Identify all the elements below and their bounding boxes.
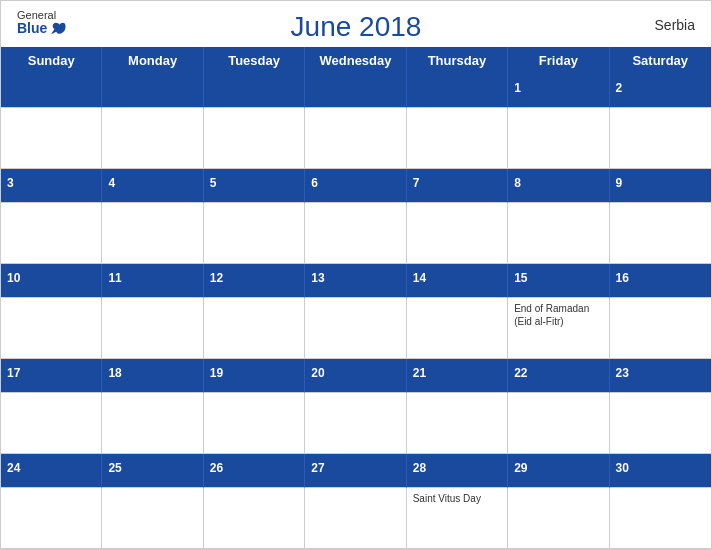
logo-area: General Blue [17,9,67,36]
date-26: 26 [210,461,223,475]
num-cell-w5-d4: 27 [305,454,406,488]
day-sunday: Sunday [1,47,102,74]
date-1: 1 [514,81,521,95]
date-29: 29 [514,461,527,475]
num-cell-w3-d6: 15 [508,264,609,298]
num-cell-w5-d2: 25 [102,454,203,488]
content-cell-w4-d5 [407,393,508,455]
content-cell-w5-d6 [508,488,609,550]
date-18: 18 [108,366,121,380]
date-3: 3 [7,176,14,190]
content-cell-w1-d7 [610,108,711,170]
num-cell-w5-d7: 30 [610,454,711,488]
content-cell-w5-d7 [610,488,711,550]
content-cell-w4-d2 [102,393,203,455]
date-9: 9 [616,176,623,190]
num-cell-w4-d2: 18 [102,359,203,393]
content-cell-w3-d4 [305,298,406,360]
calendar-title: June 2018 [291,11,422,43]
num-cell-w2-d5: 7 [407,169,508,203]
num-cell-w2-d6: 8 [508,169,609,203]
num-cell-w5-d1: 24 [1,454,102,488]
num-cell-w3-d2: 11 [102,264,203,298]
num-cell-w5-d6: 29 [508,454,609,488]
content-cell-w1-d2 [102,108,203,170]
date-11: 11 [108,271,121,285]
date-10: 10 [7,271,20,285]
date-28: 28 [413,461,426,475]
num-cell-w2-d4: 6 [305,169,406,203]
content-cell-w3-d3 [204,298,305,360]
date-30: 30 [616,461,629,475]
date-8: 8 [514,176,521,190]
calendar-header: General Blue June 2018 Serbia [1,1,711,47]
num-cell-w5-d5: 28 [407,454,508,488]
content-cell-w3-d6: End of Ramadan (Eid al-Fitr) [508,298,609,360]
date-2: 2 [616,81,623,95]
num-cell-w3-d3: 12 [204,264,305,298]
content-cell-w4-d3 [204,393,305,455]
content-cell-w2-d2 [102,203,203,265]
num-cell-w3-d5: 14 [407,264,508,298]
date-4: 4 [108,176,115,190]
content-cell-w3-d2 [102,298,203,360]
num-cell-w2-d3: 5 [204,169,305,203]
day-saturday: Saturday [610,47,711,74]
logo-blue: Blue [17,21,67,36]
content-cell-w2-d4 [305,203,406,265]
date-21: 21 [413,366,426,380]
date-22: 22 [514,366,527,380]
num-cell-w4-d7: 23 [610,359,711,393]
date-12: 12 [210,271,223,285]
num-cell-w1-d1 [1,74,102,108]
content-cell-w4-d7 [610,393,711,455]
date-25: 25 [108,461,121,475]
day-thursday: Thursday [407,47,508,74]
date-6: 6 [311,176,318,190]
calendar-grid: 12345678910111213141516End of Ramadan (E… [1,74,711,549]
date-20: 20 [311,366,324,380]
content-cell-w2-d5 [407,203,508,265]
content-cell-w4-d1 [1,393,102,455]
num-cell-w3-d7: 16 [610,264,711,298]
num-cell-w2-d2: 4 [102,169,203,203]
content-cell-w2-d3 [204,203,305,265]
content-cell-w5-d5: Saint Vitus Day [407,488,508,550]
content-cell-w2-d7 [610,203,711,265]
num-cell-w1-d4 [305,74,406,108]
content-cell-w1-d4 [305,108,406,170]
content-cell-w1-d5 [407,108,508,170]
day-tuesday: Tuesday [204,47,305,74]
num-cell-w1-d3 [204,74,305,108]
num-cell-w3-d4: 13 [305,264,406,298]
content-cell-w2-d1 [1,203,102,265]
content-cell-w4-d6 [508,393,609,455]
num-cell-w1-d2 [102,74,203,108]
date-23: 23 [616,366,629,380]
num-cell-w3-d1: 10 [1,264,102,298]
num-cell-w4-d3: 19 [204,359,305,393]
day-friday: Friday [508,47,609,74]
content-cell-w1-d3 [204,108,305,170]
num-cell-w4-d4: 20 [305,359,406,393]
date-14: 14 [413,271,426,285]
date-15: 15 [514,271,527,285]
num-cell-w1-d7: 2 [610,74,711,108]
date-7: 7 [413,176,420,190]
content-cell-w2-d6 [508,203,609,265]
logo-bird-icon [49,22,67,36]
num-cell-w5-d3: 26 [204,454,305,488]
calendar-container: General Blue June 2018 Serbia Sunday Mon… [0,0,712,550]
date-27: 27 [311,461,324,475]
num-cell-w4-d5: 21 [407,359,508,393]
date-19: 19 [210,366,223,380]
content-cell-w5-d1 [1,488,102,550]
content-cell-w3-d5 [407,298,508,360]
day-wednesday: Wednesday [305,47,406,74]
num-cell-w2-d1: 3 [1,169,102,203]
event-w5-d5: Saint Vitus Day [413,492,501,505]
num-cell-w1-d6: 1 [508,74,609,108]
days-header: Sunday Monday Tuesday Wednesday Thursday… [1,47,711,74]
date-24: 24 [7,461,20,475]
date-5: 5 [210,176,217,190]
